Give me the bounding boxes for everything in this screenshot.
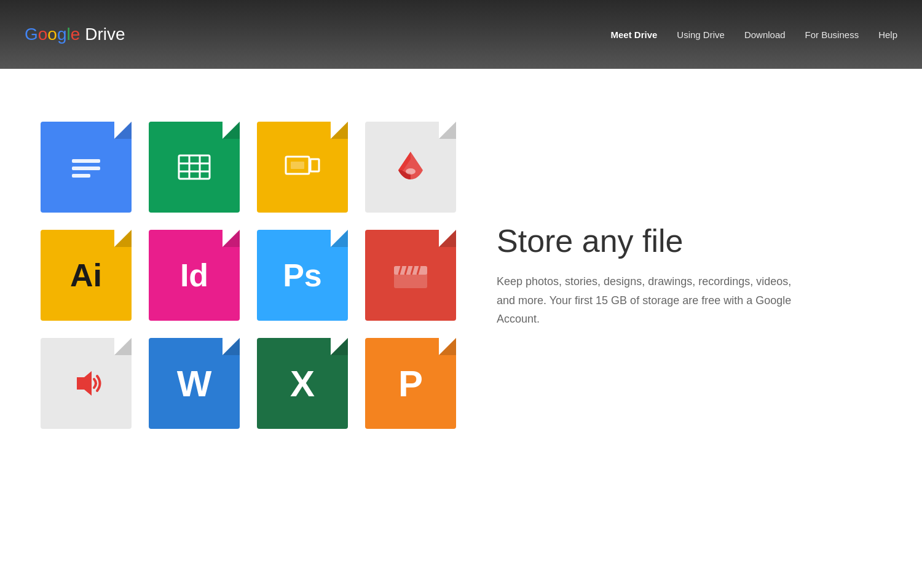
svg-point-11 (406, 168, 416, 174)
main-nav: Meet Drive Using Drive Download For Busi… (610, 29, 897, 40)
google-sheets-icon (145, 118, 243, 216)
main-content: Ai Id Ps (0, 69, 922, 482)
nav-using-drive[interactable]: Using Drive (677, 29, 725, 40)
header: Google Drive Meet Drive Using Drive Down… (0, 0, 922, 69)
indesign-icon: Id (145, 226, 243, 324)
word-icon: W (145, 334, 243, 433)
excel-label: X (290, 363, 315, 405)
logo[interactable]: Google Drive (25, 25, 125, 44)
video-icon (361, 226, 460, 324)
nav-download[interactable]: Download (744, 29, 786, 40)
photoshop-label: Ps (283, 257, 322, 294)
word-label: W (177, 363, 212, 405)
svg-rect-0 (72, 159, 100, 163)
text-section: Store any file Keep photos, stories, des… (497, 222, 792, 329)
photoshop-icon: Ps (253, 226, 352, 324)
google-logo-text: Google (25, 25, 80, 44)
main-heading: Store any file (497, 222, 792, 260)
main-description: Keep photos, stories, designs, drawings,… (497, 272, 792, 329)
google-docs-icon (37, 118, 135, 216)
svg-rect-9 (310, 159, 319, 171)
svg-marker-18 (77, 371, 92, 396)
illustrator-icon: Ai (37, 226, 135, 324)
nav-meet-drive[interactable]: Meet Drive (610, 29, 657, 40)
svg-rect-10 (291, 162, 304, 169)
nav-for-business[interactable]: For Business (805, 29, 859, 40)
excel-icon: X (253, 334, 352, 433)
nav-help[interactable]: Help (878, 29, 897, 40)
file-icons-grid: Ai Id Ps (37, 118, 460, 433)
audio-icon (37, 334, 135, 433)
svg-rect-3 (179, 155, 210, 179)
indesign-label: Id (180, 257, 208, 294)
powerpoint-label: P (398, 363, 423, 405)
powerpoint-icon: P (361, 334, 460, 433)
google-slides-icon (253, 118, 352, 216)
illustrator-label: Ai (70, 257, 102, 294)
svg-rect-1 (72, 167, 100, 170)
drive-logo-text: Drive (85, 25, 125, 44)
svg-rect-2 (72, 174, 90, 178)
pdf-icon (361, 118, 460, 216)
